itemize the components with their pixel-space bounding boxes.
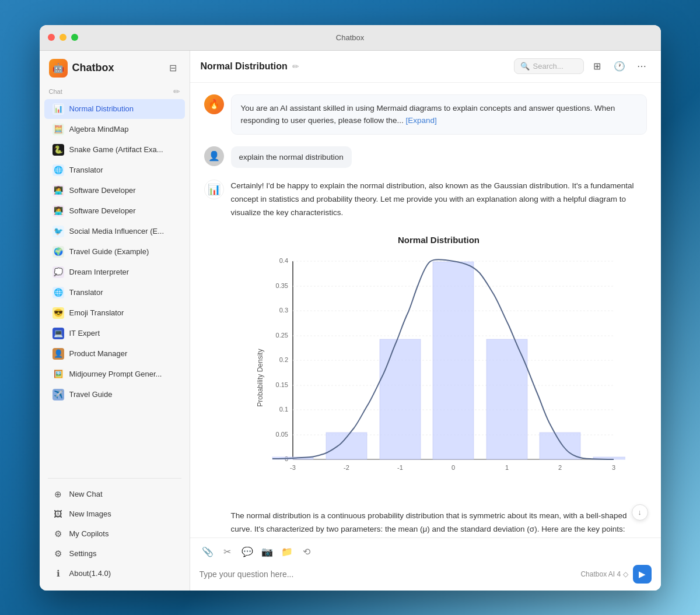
chart-title: Normal Distribution — [231, 235, 647, 245]
sidebar-item-social-media[interactable]: 🐦 Social Media Influencer (E... — [44, 222, 185, 241]
ai-description: The normal distribution is a continuous … — [231, 509, 647, 536]
svg-text:Probability Density: Probability Density — [256, 349, 264, 406]
sidebar-item-label-emoji-translator: Emoji Translator — [69, 308, 177, 317]
sidebar-bottom-label-settings: Settings — [69, 549, 97, 558]
svg-text:0: 0 — [452, 464, 455, 471]
chart-container: Normal Distribution Probability Density — [231, 229, 647, 500]
sidebar-item-translator[interactable]: 🌐 Translator — [44, 160, 185, 180]
svg-text:3: 3 — [612, 464, 615, 471]
sidebar-bottom-item-settings[interactable]: ⚙ Settings — [44, 544, 185, 564]
sidebar-item-label-travel-guide: Travel Guide — [69, 390, 177, 399]
svg-text:0.3: 0.3 — [279, 307, 288, 314]
model-label: Chatbox AI 4 ◇ — [580, 570, 628, 578]
sidebar-item-translator-2[interactable]: 🌐 Translator — [44, 283, 185, 303]
expand-link[interactable]: [Expand] — [405, 116, 436, 125]
sidebar-bottom-icon-my-copilots: ⚙ — [52, 528, 64, 540]
sidebar-item-icon-emoji-translator: 😎 — [52, 307, 64, 319]
sidebar-item-it-expert[interactable]: 💻 IT Expert — [44, 324, 185, 343]
attach-button[interactable]: 📎 — [200, 544, 216, 560]
sidebar-item-midjourney[interactable]: 🖼️ Midjourney Prompt Gener... — [44, 364, 185, 384]
new-chat-icon[interactable]: ✏ — [173, 87, 180, 96]
svg-text:2: 2 — [558, 464, 562, 471]
search-icon: 🔍 — [520, 62, 530, 71]
sidebar-bottom-icon-new-images: 🖼 — [52, 508, 64, 520]
settings-tool-button[interactable]: ⟲ — [299, 544, 315, 560]
sidebar-item-normal-distribution[interactable]: 📊 Normal Distribution — [44, 99, 185, 119]
sidebar-bottom-item-new-chat[interactable]: ⊕ New Chat — [44, 484, 185, 504]
sidebar-bottom-label-my-copilots: My Copilots — [69, 529, 109, 538]
sidebar-item-label-software-dev-2: Software Developer — [69, 206, 177, 215]
sidebar-bottom-icon-about: ℹ — [52, 568, 64, 579]
sidebar-section: Chat ✏ — [40, 83, 190, 99]
chat-mode-button[interactable]: 💬 — [239, 544, 256, 560]
sidebar-item-label-algebra-mindmap: Algebra MindMap — [69, 125, 177, 133]
scroll-to-bottom-button[interactable]: ↓ — [632, 504, 648, 521]
sidebar: 🤖 Chatbox ⊟ Chat ✏ 📊 Normal Distribution… — [40, 51, 190, 591]
system-message: 🔥 You are an AI assistant skilled in usi… — [204, 94, 647, 135]
svg-text:0.2: 0.2 — [279, 356, 288, 363]
sidebar-item-icon-algebra-mindmap: 🧮 — [52, 124, 64, 135]
system-message-content: You are an AI assistant skilled in using… — [231, 94, 647, 135]
sidebar-bottom-item-new-images[interactable]: 🖼 New Images — [44, 504, 185, 524]
ai-message: 📊 Certainly! I'd be happy to explain the… — [204, 180, 647, 537]
sidebar-item-algebra-mindmap[interactable]: 🧮 Algebra MindMap — [44, 120, 185, 139]
search-placeholder: Search... — [533, 62, 564, 71]
chat-input[interactable] — [200, 570, 581, 579]
image-button[interactable]: 📷 — [259, 544, 275, 560]
input-bottom: Chatbox AI 4 ◇ ▶ — [200, 565, 652, 584]
sidebar-bottom-label-new-images: New Images — [69, 509, 111, 518]
sidebar-item-software-dev-1[interactable]: 👩‍💻 Software Developer — [44, 181, 185, 201]
sidebar-bottom-item-about[interactable]: ℹ About(1.4.0) — [44, 564, 185, 584]
sidebar-bottom-label-new-chat: New Chat — [69, 490, 103, 498]
edit-title-icon[interactable]: ✏ — [292, 62, 299, 71]
sidebar-item-icon-social-media: 🐦 — [52, 226, 64, 237]
sidebar-bottom-item-my-copilots[interactable]: ⚙ My Copilots — [44, 524, 185, 544]
sidebar-item-product-manager[interactable]: 👤 Product Manager — [44, 344, 185, 364]
maximize-button[interactable] — [71, 34, 78, 41]
sidebar-item-icon-it-expert: 💻 — [52, 328, 64, 339]
more-options-button[interactable]: ⋯ — [633, 58, 650, 75]
close-button[interactable] — [48, 34, 55, 41]
sidebar-toggle-icon[interactable]: ⊟ — [166, 61, 180, 75]
main-window: Chatbox 🤖 Chatbox ⊟ Chat ✏ 📊 Normal Dist… — [40, 25, 661, 591]
window-title: Chatbox — [336, 33, 364, 42]
sidebar-item-icon-snake-game: 🐍 — [52, 144, 64, 156]
ai-avatar: 📊 — [204, 180, 224, 199]
minimize-button[interactable] — [60, 34, 66, 41]
chat-title: Normal Distribution — [201, 61, 288, 72]
sidebar-item-icon-travel-guide: ✈️ — [52, 389, 64, 400]
sidebar-item-travel-guide[interactable]: ✈️ Travel Guide — [44, 385, 185, 405]
sidebar-bottom-icon-new-chat: ⊕ — [52, 489, 64, 500]
svg-text:0.1: 0.1 — [279, 406, 288, 413]
bar-1 — [487, 339, 527, 459]
sidebar-item-label-snake-game: Snake Game (Artifact Exa... — [69, 145, 177, 154]
layout-toggle-button[interactable]: ⊞ — [589, 58, 606, 75]
history-button[interactable]: 🕐 — [611, 58, 628, 75]
user-avatar: 👤 — [204, 146, 224, 166]
sidebar-bottom-icon-settings: ⚙ — [52, 548, 64, 560]
send-button[interactable]: ▶ — [633, 565, 652, 584]
svg-text:-3: -3 — [290, 464, 296, 471]
chat-title-area: Normal Distribution ✏ — [201, 61, 299, 72]
sidebar-item-label-it-expert: IT Expert — [69, 329, 177, 338]
search-box[interactable]: 🔍 Search... — [514, 58, 584, 74]
sidebar-item-snake-game[interactable]: 🐍 Snake Game (Artifact Exa... — [44, 140, 185, 160]
sidebar-item-icon-product-manager: 👤 — [52, 348, 64, 360]
titlebar: Chatbox — [40, 25, 661, 51]
sidebar-item-emoji-translator[interactable]: 😎 Emoji Translator — [44, 303, 185, 323]
sidebar-item-travel-guide-ex[interactable]: 🌍 Travel Guide (Example) — [44, 242, 185, 262]
sidebar-item-software-dev-2[interactable]: 👩‍💻 Software Developer — [44, 201, 185, 221]
sidebar-item-icon-normal-distribution: 📊 — [52, 103, 64, 115]
user-bubble: explain the normal distribution — [231, 146, 352, 168]
user-message: 👤 explain the normal distribution — [204, 146, 647, 168]
sidebar-section-label: Chat — [49, 88, 62, 95]
sidebar-header: 🤖 Chatbox ⊟ — [40, 51, 190, 83]
folder-button[interactable]: 📁 — [279, 544, 295, 560]
sidebar-item-dream-interpreter[interactable]: 💭 Dream Interpreter — [44, 262, 185, 282]
input-toolbar: 📎 ✂ 💬 📷 📁 ⟲ — [200, 544, 652, 560]
chat-input-area: 📎 ✂ 💬 📷 📁 ⟲ Chatbox AI 4 ◇ ▶ — [190, 537, 661, 591]
svg-text:0.05: 0.05 — [276, 431, 288, 438]
sidebar-item-icon-midjourney: 🖼️ — [52, 368, 64, 380]
sidebar-bottom: ⊕ New Chat 🖼 New Images ⚙ My Copilots ⚙ … — [40, 482, 190, 591]
crop-button[interactable]: ✂ — [219, 544, 236, 560]
